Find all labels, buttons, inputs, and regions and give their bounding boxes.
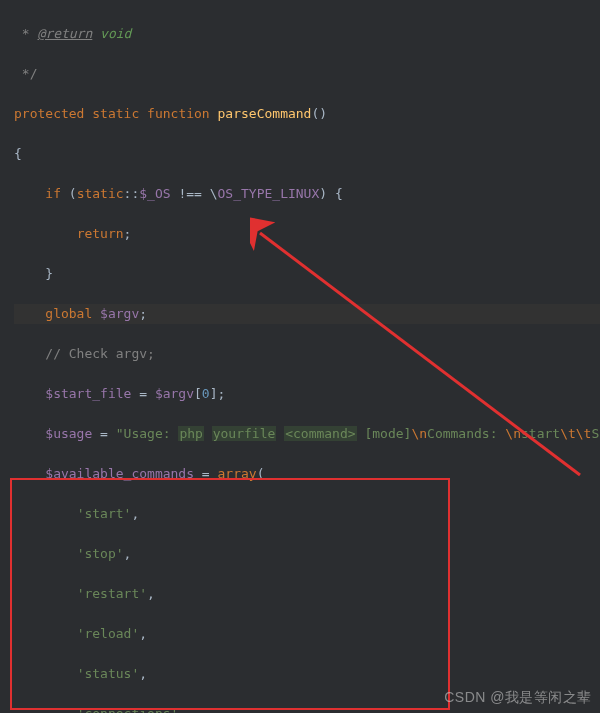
- code-line: $usage = "Usage: php yourfile <command> …: [14, 424, 600, 444]
- code-line: return;: [14, 224, 600, 244]
- code-line: $available_commands = array(: [14, 464, 600, 484]
- code-line: }: [14, 264, 600, 284]
- code-line: protected static function parseCommand(): [14, 104, 600, 124]
- code-line: 'restart',: [14, 584, 600, 604]
- code-line: 'start',: [14, 504, 600, 524]
- code-line-highlight: global $argv;: [14, 304, 600, 324]
- code-line: // Check argv;: [14, 344, 600, 364]
- code-line: {: [14, 144, 600, 164]
- code-line: */: [14, 64, 600, 84]
- code-line: * @return void: [14, 24, 600, 44]
- code-line: $start_file = $argv[0];: [14, 384, 600, 404]
- code-line: 'reload',: [14, 624, 600, 644]
- code-line: 'status',: [14, 664, 600, 684]
- watermark: CSDN @我是等闲之辈: [444, 687, 592, 707]
- code-line: 'stop',: [14, 544, 600, 564]
- code-line: if (static::$_OS !== \OS_TYPE_LINUX) {: [14, 184, 600, 204]
- code-editor[interactable]: * @return void */ protected static funct…: [0, 0, 600, 713]
